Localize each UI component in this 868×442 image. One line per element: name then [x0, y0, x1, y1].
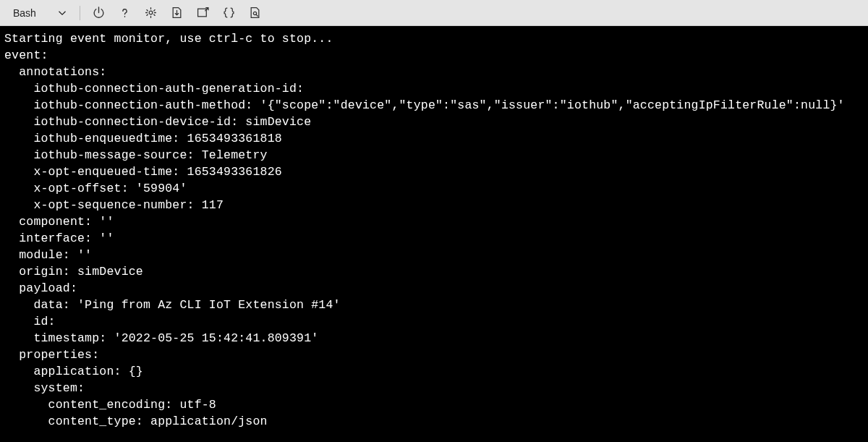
settings-button[interactable]	[140, 1, 163, 25]
terminal-line: payload:	[4, 280, 864, 297]
terminal-line: origin: simDevice	[4, 263, 864, 280]
terminal-line: iothub-connection-device-id: simDevice	[4, 114, 864, 130]
terminal-line: content_encoding: utf-8	[4, 396, 864, 413]
new-tab-icon	[197, 7, 209, 19]
terminal-line: module: ''	[4, 247, 864, 263]
shell-selector-dropdown[interactable]: Bash	[7, 4, 72, 22]
file-preview-icon	[249, 7, 261, 19]
terminal-line: x-opt-sequence-number: 117	[4, 197, 864, 213]
cloud-shell-toolbar: Bash	[0, 0, 868, 26]
terminal-line: interface: ''	[4, 230, 864, 247]
svg-point-0	[150, 11, 153, 14]
web-preview-button[interactable]	[244, 1, 267, 25]
terminal-line: content_type: application/json	[4, 413, 864, 430]
restart-button[interactable]	[88, 1, 111, 25]
terminal-line: timestamp: '2022-05-25 15:42:41.809391'	[4, 330, 864, 347]
terminal-line: x-opt-offset: '59904'	[4, 180, 864, 197]
terminal-line: x-opt-enqueued-time: 1653493361826	[4, 163, 864, 180]
terminal-line: application: {}	[4, 363, 864, 380]
upload-download-button[interactable]	[166, 1, 189, 25]
file-updown-icon	[171, 7, 183, 19]
terminal-line: Starting event monitor, use ctrl-c to st…	[4, 30, 864, 47]
gear-icon	[145, 7, 157, 19]
help-button[interactable]	[114, 1, 137, 25]
terminal-line: data: 'Ping from Az CLI IoT Extension #1…	[4, 297, 864, 313]
editor-button[interactable]	[218, 1, 241, 25]
terminal-line: iothub-enqueuedtime: 1653493361818	[4, 130, 864, 147]
terminal-line: iothub-connection-auth-generation-id:	[4, 80, 864, 97]
terminal-output[interactable]: Starting event monitor, use ctrl-c to st…	[0, 26, 868, 434]
terminal-line: component: ''	[4, 213, 864, 230]
terminal-line: properties:	[4, 347, 864, 363]
toolbar-divider	[80, 6, 80, 20]
power-icon	[93, 7, 105, 19]
terminal-line: iothub-message-source: Telemetry	[4, 147, 864, 163]
svg-rect-1	[198, 9, 207, 17]
terminal-line: id:	[4, 313, 864, 330]
chevron-down-icon	[58, 9, 67, 17]
shell-selector-label: Bash	[13, 7, 36, 19]
terminal-line: event:	[4, 47, 864, 64]
help-icon	[119, 7, 131, 19]
terminal-line: annotations:	[4, 64, 864, 80]
terminal-line: iothub-connection-auth-method: '{"scope"…	[4, 97, 864, 114]
braces-icon	[223, 7, 235, 19]
new-session-button[interactable]	[192, 1, 215, 25]
terminal-line: system:	[4, 380, 864, 396]
